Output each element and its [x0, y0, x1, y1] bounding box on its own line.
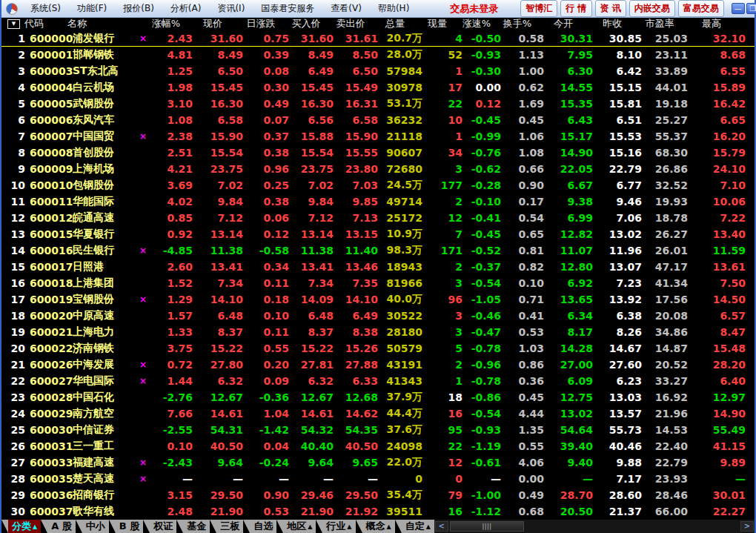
cell-pe-ratio: 34.86: [642, 326, 688, 338]
scroll-right-button[interactable]: >: [740, 521, 754, 532]
quick-button[interactable]: 资 讯: [595, 0, 626, 17]
row-index: 28: [1, 473, 25, 485]
horizontal-scrollbar[interactable]: < |||| >: [434, 520, 755, 533]
cell-high: 8.47: [688, 326, 755, 338]
column-header-open[interactable]: 今开: [539, 18, 588, 30]
column-header-price[interactable]: 现价: [188, 18, 238, 30]
table-row[interactable]: 16600018上港集团1.527.340.117.347.35819663-0…: [1, 275, 755, 291]
column-header-bid-price[interactable]: 买入价: [284, 18, 328, 30]
cell-total-volume: 72680: [378, 163, 422, 175]
tab-分类[interactable]: 分类▲: [8, 520, 41, 533]
column-header-turnover-pct[interactable]: 换手%: [496, 18, 539, 30]
cell-bid-price: 6.49: [289, 65, 334, 77]
table-row[interactable]: 26600031三一重工0.1040.500.0440.4040.5024098…: [1, 438, 755, 454]
cell-high: 13.40: [688, 228, 755, 240]
cell-change-pct: 2.60: [150, 261, 193, 273]
tab-概念[interactable]: 概念▲: [362, 520, 395, 533]
column-header-total-volume[interactable]: 总量: [373, 18, 417, 30]
column-header-current-volume[interactable]: 现量: [417, 18, 457, 30]
table-row[interactable]: 4600004白云机场1.9815.450.3015.4515.49309781…: [1, 79, 755, 96]
table-row[interactable]: 1600000浦发银行×2.4331.600.7531.6031.6120.7万…: [1, 30, 755, 47]
cell-high: 15.48: [688, 342, 755, 354]
menu-item[interactable]: 系统(S): [22, 0, 69, 17]
cell-current-volume: 1: [422, 130, 462, 142]
column-header-pe-ratio[interactable]: 市盈率: [637, 18, 683, 30]
quick-button[interactable]: 行 情: [560, 0, 591, 17]
table-row[interactable]: 24600029南方航空7.6614.611.0414.6114.6244.4万…: [1, 405, 755, 422]
quick-button[interactable]: 富易交易: [678, 0, 724, 17]
cell-ask-price: 9.85: [334, 196, 378, 208]
cell-pe-ratio: 26.86: [642, 163, 688, 175]
table-row[interactable]: 8600008首创股份2.5115.540.3815.5415.55906073…: [1, 145, 755, 161]
cell-open: 12.75: [544, 391, 593, 403]
table-row[interactable]: 30600037歌华有线2.4821.900.5321.9021.9239511…: [1, 503, 755, 520]
tab-B 股[interactable]: B 股: [116, 520, 143, 533]
cell-ask-price: 31.61: [334, 33, 378, 44]
tab-权证[interactable]: 权证: [150, 520, 176, 533]
column-header-code[interactable]: 代码: [20, 18, 67, 30]
table-row[interactable]: 28600035楚天高速×—————00—0.00—7.1723.93—: [1, 471, 755, 487]
column-dropdown-button[interactable]: ▼: [7, 19, 20, 29]
menu-item[interactable]: 国泰君安服务: [253, 0, 322, 17]
tab-地区[interactable]: 地区▲: [283, 520, 316, 533]
menu-item[interactable]: 报价(B): [115, 0, 162, 17]
table-row[interactable]: 23600028中国石化-2.7612.67-0.3612.6712.6837.…: [1, 389, 755, 405]
scrollbar-thumb[interactable]: ||||: [450, 521, 524, 532]
tab-自选[interactable]: 自选: [250, 520, 276, 533]
table-row[interactable]: 27600033福建高速×-2.439.64-0.249.649.6522.0万…: [1, 454, 755, 471]
table-row[interactable]: 15600017日照港2.6013.410.3413.4113.46189432…: [1, 259, 755, 275]
table-row[interactable]: 2600001邯郸钢铁4.818.490.398.498.5028.0万52-0…: [1, 47, 755, 63]
tab-自定[interactable]: 自定▲: [402, 520, 434, 533]
menu-item[interactable]: 资讯(I): [209, 0, 253, 17]
table-row[interactable]: 5600005武钢股份3.1016.300.4916.3016.3153.1万2…: [1, 96, 755, 112]
restore-button[interactable]: ❐: [746, 3, 756, 14]
tab-label: 分类: [12, 520, 31, 533]
cell-pe-ratio: 32.52: [642, 179, 688, 191]
column-header-ask-price[interactable]: 卖出价: [328, 18, 373, 30]
quick-button[interactable]: 智博汇: [520, 0, 557, 17]
menu-item[interactable]: 分析(A): [162, 0, 210, 17]
cell-speed-pct: -1.19: [462, 440, 501, 452]
table-row[interactable]: 14600016民生银行×-4.8511.38-0.5811.3811.4098…: [1, 242, 755, 259]
column-header-change-pct[interactable]: 涨幅%: [145, 18, 188, 30]
column-header-name[interactable]: 名称: [67, 18, 145, 30]
table-row[interactable]: 18600020中原高速1.576.480.106.486.49305223-0…: [1, 308, 755, 324]
column-header-day-change[interactable]: 日涨跌: [238, 18, 284, 30]
cell-open: 6.67: [544, 179, 593, 191]
menu-item[interactable]: 功能(F): [69, 0, 115, 17]
table-row[interactable]: 11600011华能国际4.029.840.389.849.85497142-0…: [1, 193, 755, 210]
column-header-prev-close[interactable]: 昨收: [588, 18, 637, 30]
table-row[interactable]: 6600006东风汽车1.086.580.076.566.583623210-0…: [1, 112, 755, 128]
tab-基金[interactable]: 基金: [183, 520, 210, 533]
stock-name: 上港集团: [73, 277, 136, 290]
tab-三板[interactable]: 三板: [216, 520, 243, 533]
minimize-button[interactable]: —: [732, 3, 745, 14]
table-row[interactable]: 29600036招商银行3.1529.500.9029.4629.5035.4万…: [1, 487, 755, 503]
cell-bid-price: 8.49: [289, 49, 334, 61]
stock-name: 华夏银行: [73, 228, 136, 241]
table-row[interactable]: 9600009上海机场4.2123.750.9623.7523.80726803…: [1, 161, 755, 177]
column-header-speed-pct[interactable]: 涨速%: [457, 18, 496, 30]
tab-A 股[interactable]: A 股: [47, 520, 76, 533]
menu-item[interactable]: 帮助(H): [370, 0, 417, 17]
table-row[interactable]: 19600021上海电力1.338.370.118.378.38281803-0…: [1, 324, 755, 340]
table-row[interactable]: 10600010包钢股份3.697.020.257.027.0324.5万177…: [1, 177, 755, 193]
cell-prev-close: 14.67: [593, 342, 642, 354]
cell-prev-close: 21.37: [593, 506, 642, 517]
table-row[interactable]: 22600027华电国际×1.446.320.096.326.33413431-…: [1, 373, 755, 389]
column-header-high[interactable]: 最高: [683, 18, 749, 30]
table-row[interactable]: 20600022济南钢铁3.7515.220.5515.2215.2650579…: [1, 340, 755, 357]
table-row[interactable]: 25600030中信证券-2.5554.31-1.4254.3254.3537.…: [1, 422, 755, 438]
tab-中小[interactable]: 中小: [82, 520, 109, 533]
table-row[interactable]: 17600019宝钢股份×1.2914.100.1814.0914.1040.0…: [1, 291, 755, 308]
quick-button[interactable]: 内嵌交易: [629, 0, 675, 17]
scroll-left-button[interactable]: <: [435, 521, 448, 532]
table-row[interactable]: 21600026中海发展×0.7227.800.2027.8127.884319…: [1, 357, 755, 373]
table-row[interactable]: 12600012皖通高速0.857.120.067.127.132517212-…: [1, 210, 755, 226]
tab-行业[interactable]: 行业▲: [322, 520, 355, 533]
tab-label: 权证: [153, 520, 173, 533]
table-row[interactable]: 7600007中国国贸×2.3815.900.3715.8815.9021118…: [1, 128, 755, 145]
table-row[interactable]: 3600003ST东北高1.256.500.086.496.50579841-0…: [1, 63, 755, 79]
table-row[interactable]: 13600015华夏银行0.9213.140.1213.1413.1510.9万…: [1, 226, 755, 242]
menu-item[interactable]: 查看(V): [322, 0, 370, 17]
